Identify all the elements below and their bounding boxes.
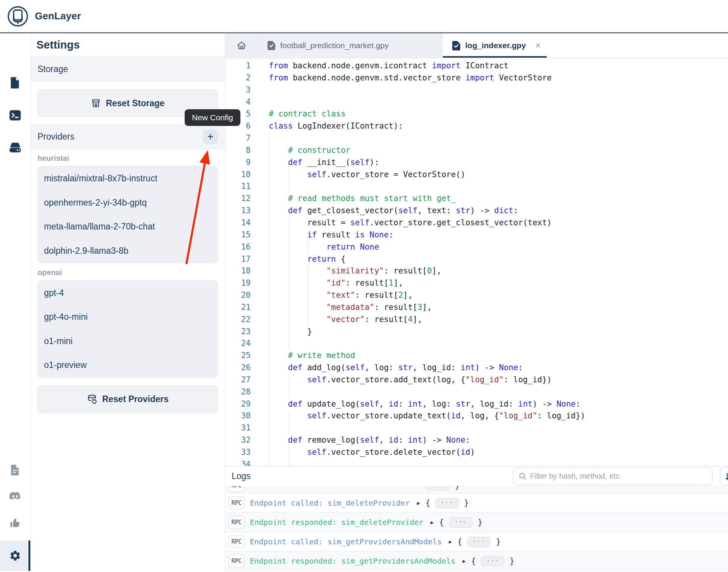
code-line: def add_log(self, log: str, log_id: int)… — [257, 362, 728, 374]
provider-model-item[interactable]: gpt-4o-mini — [38, 305, 218, 329]
provider-model-item[interactable]: o1-mini — [38, 329, 218, 354]
close-tab-icon[interactable]: × — [535, 41, 541, 50]
rpc-badge: RPC — [229, 497, 245, 509]
open-brace: { — [425, 498, 430, 508]
home-tab[interactable] — [225, 33, 258, 58]
log-rows: RPC...}RPCEndpoint called: sim_deletePro… — [225, 486, 728, 571]
page-title: Settings — [31, 33, 225, 57]
reset-providers-label: Reset Providers — [102, 394, 168, 404]
indent-guide — [270, 145, 270, 157]
code-content[interactable]: from backend.node.genvm.icontract import… — [257, 58, 728, 466]
line-number: 12 — [225, 193, 251, 205]
provider-model-item[interactable]: dolphin-2.9-llama3-8b — [38, 239, 218, 263]
reset-providers-button[interactable]: Reset Providers — [38, 386, 218, 413]
provider-model-item[interactable]: mistralai/mixtral-8x7b-instruct — [38, 167, 218, 191]
log-row[interactable]: RPCEndpoint called: sim_deleteProvider▶{… — [225, 493, 728, 513]
editor-area: football_prediction_market.gpy log_index… — [225, 33, 728, 571]
collapsed-payload-ellipsis[interactable]: ... — [481, 556, 504, 566]
sort-logs-button[interactable] — [720, 467, 728, 485]
code-line: "metadata": result[3], — [257, 302, 728, 314]
tab-label: log_indexer.gpy — [465, 41, 526, 50]
code-line: # constructor — [257, 145, 728, 157]
code-line: def __init__(self): — [257, 157, 728, 169]
line-number: 4 — [225, 96, 251, 108]
expand-caret-icon[interactable]: ▶ — [431, 519, 434, 525]
indent-guide — [289, 422, 289, 434]
code-line — [257, 386, 728, 398]
discord-icon[interactable] — [0, 491, 30, 502]
indent-guide — [270, 446, 270, 459]
indent-guide — [289, 229, 289, 241]
tab-log-indexer[interactable]: log_indexer.gpy × — [443, 33, 547, 58]
indent-guide — [289, 265, 289, 277]
provider-model-item[interactable]: gpt-4 — [38, 281, 218, 305]
line-number: 26 — [225, 362, 251, 374]
indent-guide — [270, 410, 270, 422]
line-number: 21 — [225, 302, 251, 314]
code-line: from backend.node.genvm.icontract import… — [257, 60, 728, 72]
provider-model-item[interactable]: o1-preview — [38, 353, 218, 377]
indent-guide — [270, 434, 270, 446]
contracts-file-icon[interactable] — [0, 77, 30, 89]
log-row[interactable]: RPC...} — [225, 486, 728, 493]
file-check-icon — [452, 41, 460, 50]
rpc-badge: RPC — [229, 516, 245, 529]
line-number: 9 — [225, 157, 251, 169]
add-provider-button[interactable]: + — [203, 129, 218, 144]
log-row[interactable]: RPCEndpoint called: sim_getProvidersAndM… — [225, 532, 728, 552]
indent-guide — [270, 398, 270, 410]
code-line — [257, 422, 728, 434]
provider-group-label: openai — [38, 268, 218, 277]
code-line — [257, 132, 728, 145]
log-row[interactable]: RPCEndpoint responded: sim_deleteProvide… — [225, 513, 728, 532]
provider-model-item[interactable]: openhermes-2-yi-34b-gptq — [38, 191, 218, 215]
docs-icon[interactable] — [0, 464, 30, 476]
expand-caret-icon[interactable]: ▶ — [463, 558, 466, 564]
provider-model-item[interactable]: meta-llama/llama-2-70b-chat — [38, 215, 218, 239]
line-number: 16 — [225, 241, 251, 253]
code-line: class LogIndexer(IContract): — [257, 120, 728, 132]
expand-caret-icon[interactable]: ▶ — [449, 539, 452, 545]
new-config-tooltip: New Config — [185, 109, 240, 126]
indent-guide — [289, 374, 289, 386]
section-header-storage: Storage — [31, 57, 225, 82]
indent-guide — [289, 169, 289, 181]
collapsed-payload-ellipsis[interactable]: ... — [436, 498, 459, 508]
log-message: Endpoint called: sim_getProvidersAndMode… — [250, 537, 442, 546]
indent-guide — [308, 265, 308, 277]
line-number: 14 — [225, 217, 251, 229]
open-brace: { — [471, 556, 476, 566]
code-line: "text": result[2], — [257, 289, 728, 302]
logs-filter-input[interactable] — [530, 472, 707, 481]
logs-filter[interactable] — [513, 467, 712, 485]
indent-guide — [270, 157, 270, 169]
expand-caret-icon[interactable]: ▶ — [417, 500, 420, 506]
terminal-icon[interactable] — [0, 110, 30, 121]
settings-rail-active-item[interactable] — [0, 541, 30, 571]
line-number: 29 — [225, 398, 251, 410]
tab-football-prediction-market[interactable]: football_prediction_market.gpy — [258, 33, 443, 58]
code-line: self.vector_store.delete_vector(id) — [257, 446, 728, 459]
code-line — [257, 84, 728, 96]
line-number: 11 — [225, 181, 251, 193]
providers-section-label: Providers — [38, 132, 74, 142]
indent-guide — [289, 277, 289, 289]
indent-guide — [270, 338, 270, 350]
collapsed-payload-ellipsis[interactable]: ... — [427, 486, 450, 490]
storage-drive-icon[interactable] — [0, 142, 30, 153]
code-line: "vector": result[4], — [257, 314, 728, 326]
line-number: 28 — [225, 386, 251, 398]
collapsed-payload-ellipsis[interactable]: ... — [449, 517, 472, 528]
section-header-providers: Providers + — [31, 124, 225, 149]
close-brace: } — [510, 556, 515, 566]
log-row[interactable]: RPCEndpoint responded: sim_getProvidersA… — [225, 552, 728, 571]
code-line: return { — [257, 253, 728, 266]
thumbs-up-icon[interactable] — [0, 517, 30, 528]
collapsed-payload-ellipsis[interactable]: ... — [468, 537, 491, 547]
line-number: 23 — [225, 326, 251, 338]
indent-guide — [308, 314, 308, 326]
line-number: 18 — [225, 265, 251, 277]
code-editor[interactable]: 1234567891011121314151617181920212223242… — [225, 58, 728, 466]
code-line: result = self.vector_store.get_closest_v… — [257, 217, 728, 229]
indent-guide — [289, 253, 289, 266]
